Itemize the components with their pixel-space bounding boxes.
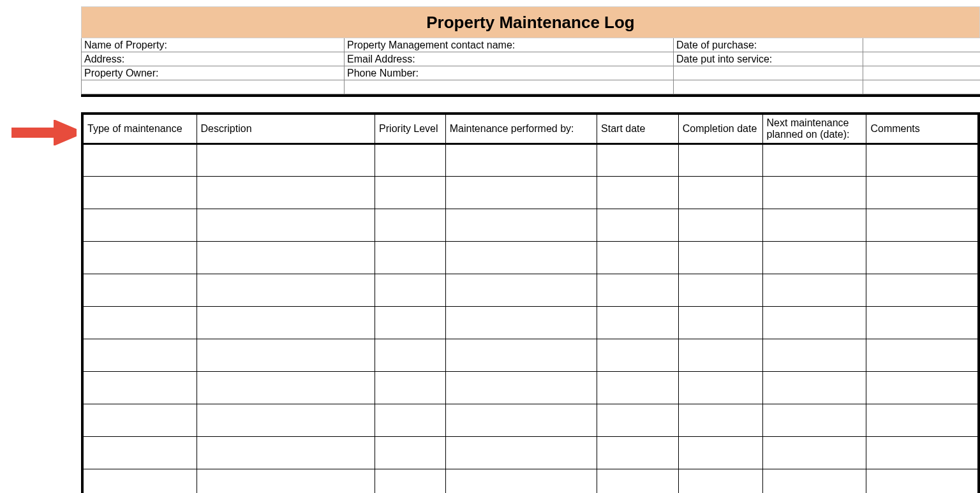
table-cell[interactable] [82,437,197,469]
table-cell[interactable] [866,469,979,494]
info-blank-1[interactable] [863,38,980,52]
table-cell[interactable] [866,209,979,242]
table-cell[interactable] [597,339,679,372]
table-cell[interactable] [597,404,679,437]
table-cell[interactable] [197,437,375,469]
table-cell[interactable] [375,177,446,209]
table-cell[interactable] [445,372,597,404]
info-blank-2[interactable] [863,52,980,66]
table-cell[interactable] [678,177,762,209]
info-owner[interactable]: Property Owner: [82,66,345,80]
table-cell[interactable] [197,274,375,307]
table-cell[interactable] [375,404,446,437]
table-cell[interactable] [762,339,866,372]
table-cell[interactable] [866,404,979,437]
info-address[interactable]: Address: [82,52,345,66]
table-cell[interactable] [375,144,446,177]
table-cell[interactable] [445,469,597,494]
info-blank-8[interactable] [863,80,980,94]
table-cell[interactable] [762,177,866,209]
table-cell[interactable] [82,404,197,437]
table-cell[interactable] [197,469,375,494]
table-cell[interactable] [82,209,197,242]
table-cell[interactable] [82,307,197,339]
table-cell[interactable] [197,209,375,242]
table-cell[interactable] [678,242,762,274]
table-cell[interactable] [82,144,197,177]
table-cell[interactable] [597,242,679,274]
info-date-service[interactable]: Date put into service: [674,52,863,66]
table-cell[interactable] [197,307,375,339]
table-cell[interactable] [197,339,375,372]
table-cell[interactable] [597,437,679,469]
table-cell[interactable] [375,209,446,242]
table-cell[interactable] [762,242,866,274]
table-cell[interactable] [762,307,866,339]
table-cell[interactable] [866,177,979,209]
table-cell[interactable] [445,242,597,274]
table-cell[interactable] [197,242,375,274]
table-cell[interactable] [866,242,979,274]
table-cell[interactable] [866,144,979,177]
table-cell[interactable] [445,274,597,307]
table-cell[interactable] [597,209,679,242]
table-cell[interactable] [445,404,597,437]
table-cell[interactable] [866,274,979,307]
table-cell[interactable] [762,274,866,307]
table-cell[interactable] [866,437,979,469]
table-cell[interactable] [82,339,197,372]
table-cell[interactable] [197,144,375,177]
table-cell[interactable] [197,404,375,437]
table-cell[interactable] [762,209,866,242]
table-cell[interactable] [375,242,446,274]
info-blank-5[interactable] [82,80,345,94]
table-cell[interactable] [597,307,679,339]
info-contact-name[interactable]: Property Management contact name: [345,38,674,52]
table-cell[interactable] [197,372,375,404]
table-cell[interactable] [762,469,866,494]
table-cell[interactable] [678,339,762,372]
table-cell[interactable] [375,437,446,469]
table-cell[interactable] [445,177,597,209]
table-cell[interactable] [375,339,446,372]
table-cell[interactable] [597,144,679,177]
table-cell[interactable] [678,209,762,242]
table-cell[interactable] [678,372,762,404]
table-cell[interactable] [597,274,679,307]
info-email[interactable]: Email Address: [345,52,674,66]
table-cell[interactable] [762,372,866,404]
info-blank-6[interactable] [345,80,674,94]
table-cell[interactable] [82,274,197,307]
table-cell[interactable] [597,177,679,209]
table-cell[interactable] [678,469,762,494]
table-cell[interactable] [445,209,597,242]
table-cell[interactable] [445,144,597,177]
table-cell[interactable] [197,177,375,209]
table-cell[interactable] [597,469,679,494]
table-cell[interactable] [762,437,866,469]
table-cell[interactable] [678,274,762,307]
info-blank-4[interactable] [863,66,980,80]
info-blank-3[interactable] [674,66,863,80]
table-cell[interactable] [375,372,446,404]
table-cell[interactable] [445,307,597,339]
table-cell[interactable] [445,437,597,469]
info-phone[interactable]: Phone Number: [345,66,674,80]
table-cell[interactable] [866,339,979,372]
table-cell[interactable] [762,404,866,437]
table-cell[interactable] [82,469,197,494]
table-cell[interactable] [445,339,597,372]
table-cell[interactable] [82,177,197,209]
table-cell[interactable] [866,372,979,404]
table-cell[interactable] [375,274,446,307]
table-cell[interactable] [762,144,866,177]
table-cell[interactable] [375,469,446,494]
info-blank-7[interactable] [674,80,863,94]
table-cell[interactable] [866,307,979,339]
table-cell[interactable] [82,242,197,274]
table-cell[interactable] [678,437,762,469]
table-cell[interactable] [82,372,197,404]
info-name-property[interactable]: Name of Property: [82,38,345,52]
info-date-purchase[interactable]: Date of purchase: [674,38,863,52]
table-cell[interactable] [375,307,446,339]
